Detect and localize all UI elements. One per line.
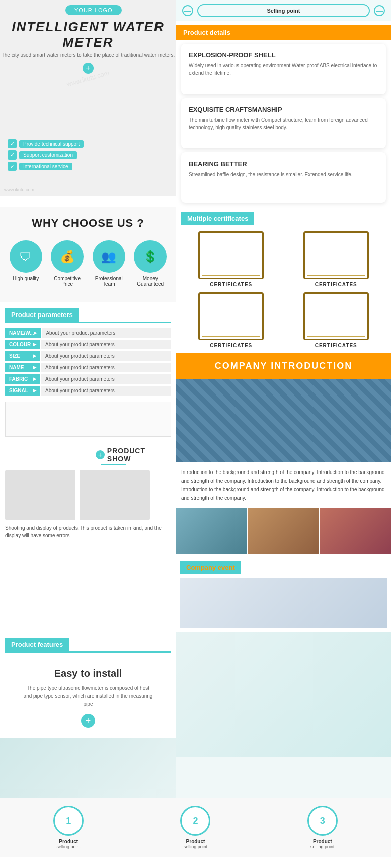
- easy-install-title: Easy to install: [54, 668, 122, 679]
- why-label-2: Competitive Price: [50, 276, 85, 287]
- gallery-img-1: [176, 508, 247, 554]
- right-filler: [176, 632, 391, 757]
- param-label-5: SIGNAL ▶: [5, 386, 40, 396]
- product-show-title-row: + PRODUCT SHOW: [96, 447, 171, 463]
- cert-frame-3: [198, 292, 264, 340]
- why-choose-section: WHY CHOOSE US ? 🛡 High quality 💰 Competi…: [0, 207, 176, 302]
- arrow-icon-4: ▶: [33, 377, 36, 381]
- param-value-1: About your product parameters: [41, 340, 171, 349]
- detail-text-2: The mini turbine flow meter with Compact…: [189, 116, 378, 131]
- selling-circle-1: 1: [53, 806, 84, 836]
- certs-grid: CERTIFICATES CERTIFICATES CERTIFICATES: [181, 231, 386, 348]
- selling-circle-3: 3: [307, 806, 338, 836]
- param-label-3: NAME ▶: [5, 363, 40, 372]
- cert-item-3: CERTIFICATES: [181, 292, 281, 348]
- cert-label-1: CERTIFICATES: [210, 282, 252, 287]
- why-item-4: 💲 Money Guaranteed: [133, 240, 168, 287]
- param-value-4: About your product parameters: [41, 374, 171, 384]
- detail-text-1: Widely used in various operating environ…: [189, 62, 378, 77]
- show-images-row: [5, 470, 171, 520]
- company-intro-header: COMPANY INTRODUCTION: [176, 353, 391, 379]
- cert-item-4: CERTIFICATES: [286, 292, 386, 348]
- selling-sub-3: selling point: [310, 844, 335, 849]
- param-row-3: NAME ▶ About your product parameters: [5, 363, 171, 372]
- hero-add-button[interactable]: +: [83, 63, 94, 74]
- arrow-icon-5: ▶: [33, 388, 36, 393]
- param-label-2: SIZE ▶: [5, 351, 40, 361]
- stat-btn-1[interactable]: —: [182, 5, 193, 16]
- feature-text-2: Support customization: [19, 151, 77, 159]
- easy-install-block: Easy to install The pipe type ultrasonic…: [0, 658, 176, 738]
- why-icon-price: 💰: [51, 240, 84, 273]
- params-section: Product parameters NAME/W... ▶ About you…: [0, 302, 176, 544]
- show-image-2: [80, 470, 150, 520]
- detail-card-3: BEARING BETTER Streamlined baffle design…: [181, 152, 386, 203]
- why-item-1: 🛡 High quality: [8, 240, 43, 287]
- param-value-0: About your product parameters: [42, 328, 171, 338]
- why-icon-money: 💲: [134, 240, 167, 273]
- features-section: Product features Easy to install The pip…: [0, 632, 176, 798]
- feature-text-1: Provide technical support: [19, 140, 84, 148]
- selling-point-1: 1 Product selling point: [53, 806, 84, 849]
- selling-point-2: 2 Product selling point: [180, 806, 210, 849]
- easy-install-text: The pipe type ultrasonic flowmeter is co…: [23, 684, 153, 708]
- detail-title-3: BEARING BETTER: [189, 160, 378, 168]
- selling-sub-2: selling point: [184, 844, 208, 849]
- company-event-image: [180, 578, 387, 628]
- arrow-icon-1: ▶: [33, 342, 36, 347]
- hero-features: ✓ Provide technical support ✓ Support cu…: [8, 139, 176, 171]
- why-item-2: 💰 Competitive Price: [50, 240, 85, 287]
- param-row-1: COLOUR ▶ About your product parameters: [5, 340, 171, 349]
- param-row-5: SIGNAL ▶ About your product parameters: [5, 386, 171, 396]
- feature-3: ✓ International service: [8, 162, 176, 171]
- why-label-4: Money Guaranteed: [133, 276, 168, 287]
- show-plus-icon[interactable]: +: [96, 450, 105, 459]
- detail-text-3: Streamlined baffle design, the resistanc…: [189, 171, 378, 178]
- company-event-wrap: Company event: [176, 554, 391, 632]
- feature-1: ✓ Provide technical support: [8, 139, 176, 148]
- check-icon-3: ✓: [8, 162, 17, 171]
- why-title: WHY CHOOSE US ?: [5, 217, 171, 230]
- param-label-0: NAME/W... ▶: [5, 328, 41, 338]
- company-text: Introduction to the background and stren…: [176, 462, 391, 508]
- param-label-4: FABRIC ▶: [5, 374, 40, 384]
- company-image: [176, 379, 391, 462]
- why-label-3: Professional Team: [91, 276, 126, 287]
- gallery-img-2: [248, 508, 319, 554]
- detail-title-2: EXQUISITE CRAFTSMANSHIP: [189, 106, 378, 113]
- detail-title-1: EXPLOSION-PROOF SHELL: [189, 51, 378, 59]
- feature-background-image: [0, 738, 176, 798]
- param-label-1: COLOUR ▶: [5, 340, 40, 349]
- selling-label-2: Product: [186, 839, 205, 844]
- selling-point-label: Selling point: [197, 4, 370, 17]
- logo-badge: YOUR LOGO: [65, 5, 122, 15]
- why-item-3: 👥 Professional Team: [91, 240, 126, 287]
- cert-item-1: CERTIFICATES: [181, 231, 281, 287]
- cert-frame-2: [303, 231, 369, 279]
- why-label-1: High quality: [13, 276, 39, 281]
- features-header: Product features: [5, 638, 69, 651]
- param-row-2: SIZE ▶ About your product parameters: [5, 351, 171, 361]
- arrow-icon-2: ▶: [33, 354, 36, 358]
- product-show-title: PRODUCT SHOW: [107, 447, 171, 463]
- feature-plus-button[interactable]: +: [81, 714, 95, 728]
- cert-label-2: CERTIFICATES: [315, 282, 357, 287]
- cert-frame-1: [198, 231, 264, 279]
- hero-url-bottom: www.ikutu.com: [4, 187, 34, 192]
- why-icon-quality: 🛡: [10, 240, 42, 273]
- params-header: Product parameters: [5, 308, 79, 322]
- selling-label-3: Product: [313, 839, 332, 844]
- stat-btn-2[interactable]: —: [374, 5, 385, 16]
- company-event-header: Company event: [180, 561, 241, 574]
- cert-label-3: CERTIFICATES: [210, 343, 252, 348]
- cert-frame-4: [303, 292, 369, 340]
- product-show-placeholder: [5, 402, 171, 437]
- product-show-section: + PRODUCT SHOW Shooting and display of p…: [0, 442, 176, 544]
- feature-text-3: International service: [19, 163, 72, 170]
- company-intro-section: COMPANY INTRODUCTION Introduction to the…: [176, 353, 391, 632]
- hero-subtitle: The city used smart water meters to take…: [0, 52, 176, 58]
- selling-circle-2: 2: [180, 806, 210, 836]
- gallery-img-3: [320, 508, 391, 554]
- company-gallery: [176, 508, 391, 554]
- param-value-3: About your product parameters: [41, 363, 171, 372]
